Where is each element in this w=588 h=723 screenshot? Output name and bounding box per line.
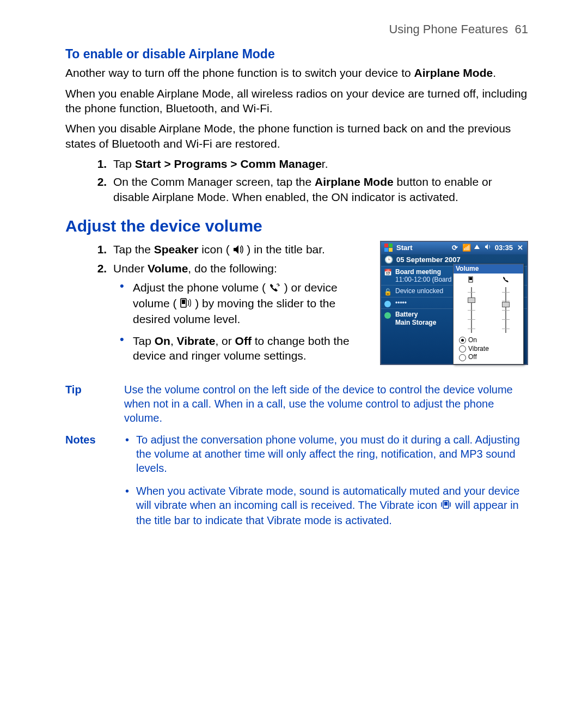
airplane-step-2: On the Comm Manager screen, tap the Airp… [110,174,528,204]
start-flag-icon [384,244,393,252]
volume-step-1: Tap the Speaker icon ( ) in the title ba… [110,242,370,258]
sync-icon: ⟳ [451,244,459,253]
volume-popup: Volume [453,264,524,364]
svg-rect-3 [389,244,393,247]
airplane-paragraph-1: Another way to turn off the phone functi… [65,65,528,80]
svg-rect-5 [389,248,393,252]
airplane-paragraph-2: When you enable Airplane Mode, all wirel… [65,86,528,116]
airplane-step-1: Tap Start > Programs > Comm Manager. [110,156,528,171]
svg-rect-4 [384,248,388,252]
airplane-paragraph-3: When you disable Airplane Mode, the phon… [65,121,528,151]
volume-steps: Tap the Speaker icon ( ) in the title ba… [65,242,370,363]
speaker-icon [484,244,492,253]
clock-icon: 🕒 [384,256,393,265]
phone-volume-slider[interactable] [501,287,511,333]
screenshot-titlebar: Start ⟳ 📶 03:35 ✕ [381,242,527,254]
vibrate-icon [440,499,452,513]
close-icon: ✕ [516,244,524,253]
svg-rect-9 [469,277,472,280]
clock-time: 03:35 [495,244,513,253]
notes-row: Notes To adjust the conversation phone v… [65,433,528,536]
start-label: Start [396,244,413,253]
volume-step-2: Under Volume, do the following: Adjust t… [110,261,370,363]
section-name: Using Phone Features [389,22,508,36]
volume-popup-title: Volume [454,264,523,274]
volume-bullet-1: Adjust the phone volume ( ) or device vo… [133,280,370,326]
battery-icon [383,311,392,320]
volume-bullet-2: Tap On, Vibrate, or Off to change both t… [133,333,370,363]
volume-radio-vibrate[interactable]: Vibrate [459,345,521,354]
device-volume-small-icon [468,277,475,285]
tip-text: Use the volume control on the left side … [124,382,528,425]
owner-icon [383,300,392,308]
phone-volume-small-icon [502,277,510,285]
device-volume-slider[interactable] [467,287,476,333]
airplane-steps: Tap Start > Programs > Comm Manager. On … [65,156,528,204]
note-1: To adjust the conversation phone volume,… [136,433,528,475]
signal-icon: 📶 [462,244,470,253]
svg-rect-1 [182,300,185,304]
unlock-icon: 🔓 [383,288,392,296]
device-volume-icon [180,297,192,312]
wifi-icon [473,244,481,253]
svg-rect-11 [444,502,448,506]
speaker-icon [233,243,244,258]
svg-point-6 [384,301,391,307]
volume-radio-on[interactable]: On [459,336,521,345]
page-number: 61 [515,22,528,36]
date-text: 05 September 2007 [396,256,461,265]
adjust-volume-heading: Adjust the device volume [65,215,528,236]
notes-label: Notes [65,433,124,536]
phone-volume-icon [269,281,281,296]
svg-rect-2 [384,244,388,247]
note-2: When you activate Vibrate mode, sound is… [136,484,528,527]
calendar-icon: 📅 [383,269,392,277]
airplane-mode-heading: To enable or disable Airplane Mode [65,46,528,63]
page-header: Using Phone Features 61 [65,22,528,38]
device-screenshot: Start ⟳ 📶 03:35 ✕ 🕒 05 September 2007 [380,241,528,365]
tip-row: Tip Use the volume control on the left s… [65,382,528,425]
tip-label: Tip [65,382,124,425]
svg-point-7 [384,312,391,319]
volume-radio-off[interactable]: Off [459,353,521,362]
